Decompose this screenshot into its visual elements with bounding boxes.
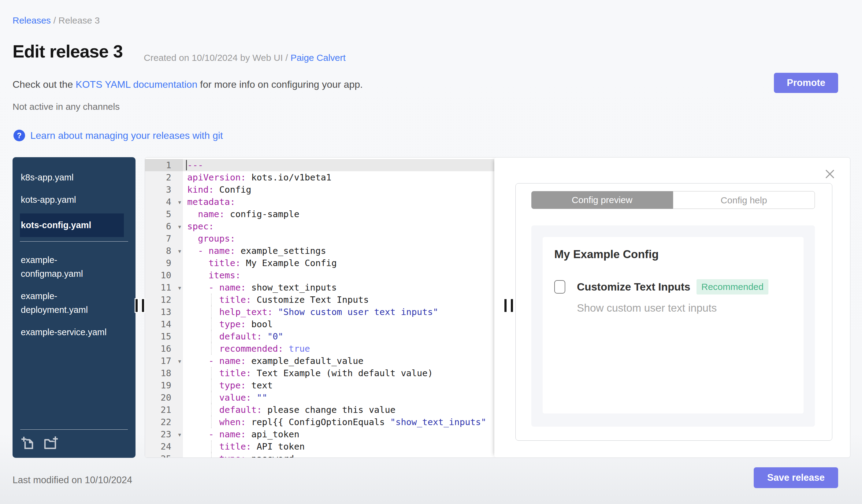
fold-arrow-icon[interactable]: ▾ [178,196,181,208]
code-line-13[interactable]: 13 help_text: "Show custom user text inp… [145,306,494,318]
breadcrumb-link-releases[interactable]: Releases [13,15,51,25]
promote-button[interactable]: Promote [774,73,838,93]
config-card: My Example Config Customize Text Inputs … [543,237,804,413]
channel-status: Not active in any channels [13,102,120,112]
file-tree-item-example-service.yaml[interactable]: example-service.yaml [20,321,124,343]
token-plain: text [246,380,273,390]
code-line-18[interactable]: 18 title: Text Example (with default val… [145,367,494,379]
add-folder-icon[interactable] [44,436,58,450]
fold-arrow-icon[interactable]: ▾ [178,221,181,233]
token-string: "Show custom user text inputs" [273,307,438,317]
code-text: value: "" [183,392,494,404]
code-line-7[interactable]: 7 groups: [145,233,494,245]
line-number: 11▾ [145,281,183,294]
token-plain: password [246,453,294,457]
file-tree-item-example-configmap.yaml[interactable]: example-configmap.yaml [20,249,124,285]
code-text: type: text [183,379,494,392]
token-key: when: [187,417,246,427]
yaml-editor[interactable]: 1---2apiVersion: kots.io/v1beta13kind: C… [145,158,494,457]
code-text: title: API token [183,440,494,453]
token-key: - name: [187,246,235,256]
line-number: 24 [145,440,183,453]
fold-arrow-icon[interactable]: ▾ [178,282,181,294]
code-line-23[interactable]: 23▾ - name: api_token [145,428,494,440]
line-number: 13 [145,306,183,318]
token-plain: My Example Config [241,258,337,268]
release-editor-card: 1---2apiVersion: kots.io/v1beta13kind: C… [145,157,850,458]
tab-config-preview[interactable]: Config preview [531,191,673,209]
token-key: metadata: [187,197,235,207]
file-tree-item-kots-config.yaml[interactable]: kots-config.yaml [20,213,124,237]
code-line-9[interactable]: 9 title: My Example Config [145,257,494,269]
token-plain: repl{{ ConfigOptionEquals [246,417,390,427]
close-preview-button[interactable] [824,169,835,180]
token-string: "show_text_inputs" [390,417,486,427]
fold-arrow-icon[interactable]: ▾ [178,428,181,441]
created-line: Created on 10/10/2024 by Web UI / Paige … [144,53,346,63]
token-plain: example_settings [235,246,326,256]
code-line-11[interactable]: 11▾ - name: show_text_inputs [145,281,494,294]
token-key: title: [187,294,251,305]
code-line-6[interactable]: 6▾spec: [145,220,494,233]
token-key: title: [187,258,241,268]
token-key: - name: [187,356,246,366]
code-text: title: My Example Config [183,257,494,269]
code-line-20[interactable]: 20 value: "" [145,392,494,404]
line-number: 17▾ [145,355,183,367]
config-item-label: Customize Text Inputs [577,281,690,293]
docs-prefix: Check out the [13,79,76,90]
line-number: 2 [145,171,183,184]
code-line-4[interactable]: 4▾metadata: [145,196,494,208]
token-key: type: [187,453,246,457]
token-key: value: [187,393,251,403]
code-line-21[interactable]: 21 default: please change this value [145,404,494,416]
code-line-1[interactable]: 1--- [145,159,494,171]
code-line-15[interactable]: 15 default: "0" [145,330,494,343]
code-text: groups: [183,233,494,245]
code-line-22[interactable]: 22 when: repl{{ ConfigOptionEquals "show… [145,416,494,428]
file-tree-item-example-deployment.yaml[interactable]: example-deployment.yaml [20,285,124,321]
code-line-8[interactable]: 8▾ - name: example_settings [145,245,494,257]
fold-arrow-icon[interactable]: ▾ [178,245,181,257]
resize-grip-bar [511,299,513,312]
token-key: groups: [187,233,235,244]
code-line-16[interactable]: 16 recommended: true [145,343,494,355]
file-tree-item-kots-app.yaml[interactable]: kots-app.yaml [20,189,124,211]
code-line-24[interactable]: 24 title: API token [145,440,494,453]
add-file-icon[interactable] [21,436,35,450]
code-line-3[interactable]: 3kind: Config [145,184,494,196]
line-number: 18 [145,367,183,379]
save-release-button[interactable]: Save release [754,467,838,488]
git-releases-link[interactable]: Learn about managing your releases with … [30,130,223,141]
kots-yaml-docs-link[interactable]: KOTS YAML documentation [76,79,197,90]
fold-arrow-icon[interactable]: ▾ [178,355,181,367]
code-text: --- [183,159,494,171]
sidebar-resize-handle[interactable] [135,299,149,313]
file-tree-list: k8s-app.yamlkots-app.yamlkots-config.yam… [13,157,135,343]
preview-resize-handle[interactable] [505,299,519,313]
file-name-label: example-configmap.yaml [21,253,113,281]
recommended-badge: Recommended [696,279,768,294]
line-number: 4▾ [145,196,183,208]
tab-config-help[interactable]: Config help [673,191,815,209]
config-item-checkbox[interactable] [554,280,565,294]
created-author-link[interactable]: Paige Calvert [291,53,346,63]
code-line-2[interactable]: 2apiVersion: kots.io/v1beta1 [145,171,494,184]
token-plain: config-sample [224,209,299,219]
docs-suffix: for more info on configuring your app. [197,79,363,90]
code-text: - name: api_token [183,428,494,440]
code-line-14[interactable]: 14 type: bool [145,318,494,330]
code-text: - name: show_text_inputs [183,281,494,294]
code-line-19[interactable]: 19 type: text [145,379,494,392]
token-plain: api_token [246,429,299,439]
code-line-10[interactable]: 10 items: [145,269,494,281]
code-line-12[interactable]: 12 title: Customize Text Inputs [145,294,494,306]
token-string: "" [251,393,267,403]
close-icon [824,169,835,180]
file-tree-item-k8s-app.yaml[interactable]: k8s-app.yaml [20,167,124,189]
code-line-5[interactable]: 5 name: config-sample [145,208,494,220]
created-text: Created on 10/10/2024 by Web UI / [144,53,291,63]
code-line-25[interactable]: 25 type: password [145,453,494,457]
code-line-17[interactable]: 17▾ - name: example_default_value [145,355,494,367]
token-key: kind: [187,184,214,195]
